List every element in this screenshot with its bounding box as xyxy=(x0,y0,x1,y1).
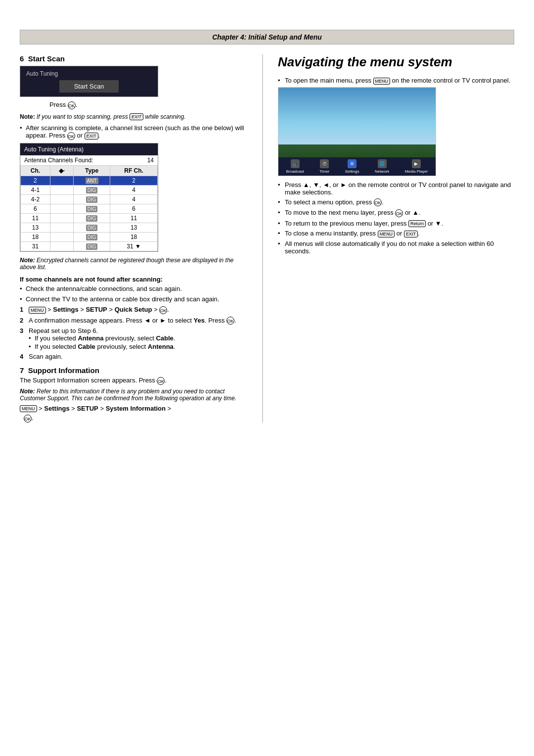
right-bullet-navigate: Press ▲, ▼, ◄, or ► on the remote contro… xyxy=(278,181,514,196)
tv-menu-timer: ⏱ Timer xyxy=(319,159,329,174)
broadcast-icon: 📺 xyxy=(291,159,300,168)
cell-ch: 13 xyxy=(21,223,50,232)
cell-type: DIG xyxy=(73,223,110,232)
antenna-found-row: Antenna Channels Found: 14 xyxy=(20,155,158,165)
antenna-channels-table: Ch. ◆· Type RF Ch. 2 ANT 2 xyxy=(20,165,158,251)
exit-key-icon: EXIT xyxy=(130,113,143,120)
ok-icon-rb1: OK xyxy=(374,198,382,206)
press-ok-text: Press OK. xyxy=(49,101,247,109)
bullet-after-scan: After scanning is complete, a channel li… xyxy=(20,124,247,140)
cell-ch: 2 xyxy=(21,176,50,185)
step-item: 1 MENU > Settings > SETUP > Quick Setup … xyxy=(20,306,247,314)
right-bullets: Press ▲, ▼, ◄, or ► on the remote contro… xyxy=(278,181,514,255)
tv-menu-label: Settings xyxy=(345,169,359,174)
step-number: 3 xyxy=(20,327,23,334)
found-count: 14 xyxy=(147,157,154,164)
menu-key-icon2: MENU xyxy=(20,405,37,412)
tv-menu-bar: 📺 Broadcast ⏱ Timer ⚙ Settings 🌐 Network xyxy=(278,157,436,176)
section6-note1: Note: If you want to stop scanning, pres… xyxy=(20,113,247,121)
section7-note: Note: Refer to this information if there… xyxy=(20,388,247,402)
right-bullet-auto-close: All menus will close automatically if yo… xyxy=(278,240,514,255)
table-row: 2 ANT 2 xyxy=(21,176,158,185)
chapter-header: Chapter 4: Initial Setup and Menu xyxy=(20,30,514,45)
cell-ch: 4-2 xyxy=(21,194,50,204)
menu-key-right: MENU xyxy=(373,78,391,85)
if-not-found-heading: If some channels are not found after sca… xyxy=(20,276,247,283)
auto-tuning-label: Auto Tuning xyxy=(26,70,152,77)
system-info-ok: OK. xyxy=(24,414,247,423)
cell-rf: 6 xyxy=(110,204,158,213)
tv-screenshot: 📺 Broadcast ⏱ Timer ⚙ Settings 🌐 Network xyxy=(278,87,436,176)
found-label: Antenna Channels Found: xyxy=(24,157,93,164)
cell-type: ANT xyxy=(73,176,110,185)
note-label: Note: xyxy=(20,113,35,120)
cell-rf: 31 ▼ xyxy=(110,241,158,251)
ok-icon-step2: OK xyxy=(226,317,234,325)
right-title: Navigating the menu system xyxy=(278,54,514,70)
bullet-connect-tv: Connect the TV to the antenna or cable b… xyxy=(20,295,247,303)
table-row: 4-1 DIG 4 xyxy=(21,185,158,194)
step-sub-antenna: If you selected Antenna previously, sele… xyxy=(29,334,247,342)
start-scan-button[interactable]: Start Scan xyxy=(59,80,119,93)
antenna-table-wrap: Auto Tuning (Antenna) Antenna Channels F… xyxy=(20,143,158,252)
cell-dot xyxy=(50,176,73,185)
section6-number: 6 xyxy=(20,54,24,63)
step-sub-cable: If you selected Cable previously, select… xyxy=(29,343,247,350)
step-number: 1 xyxy=(20,306,23,313)
cell-dot xyxy=(50,213,73,223)
network-icon: 🌐 xyxy=(378,159,387,168)
cell-type: DIG xyxy=(73,232,110,241)
step-item: 2 A confirmation message appears. Press … xyxy=(20,317,247,325)
cell-ch: 6 xyxy=(21,204,50,213)
cell-ch: 4-1 xyxy=(21,185,50,194)
ok-icon-step1: OK xyxy=(159,306,167,314)
exit-key-rb: EXIT xyxy=(404,231,418,237)
tv-menu-settings: ⚙ Settings xyxy=(345,159,359,174)
section6-header: 6 Start Scan xyxy=(20,54,247,63)
cell-ch: 31 xyxy=(21,241,50,251)
section7-title: Support Information xyxy=(28,366,99,375)
cell-rf: 11 xyxy=(110,213,158,223)
ok-icon-rb2: OK xyxy=(395,209,403,217)
cell-dot xyxy=(50,194,73,204)
tv-menu-label: Media Player xyxy=(405,169,428,174)
bullet-check-antenna: Check the antenna/cable connections, and… xyxy=(20,285,247,292)
settings-icon: ⚙ xyxy=(348,159,356,168)
chapter-title: Chapter 4: Initial Setup and Menu xyxy=(212,33,322,41)
cell-dot xyxy=(50,232,73,241)
note-label2: Note: xyxy=(20,257,35,264)
ok-icon-sysinfo: OK xyxy=(24,415,32,423)
right-bullet-close-menu: To close a menu instantly, press MENU or… xyxy=(278,230,514,237)
section7-text: The Support Information screen appears. … xyxy=(20,377,247,385)
quick-setup-steps: 1 MENU > Settings > SETUP > Quick Setup … xyxy=(20,306,247,360)
exit-key-inline: EXIT xyxy=(85,133,98,140)
cell-rf: 13 xyxy=(110,223,158,232)
note-encrypted: Note: Encrypted channels cannot be regis… xyxy=(20,257,247,271)
tv-menu-broadcast: 📺 Broadcast xyxy=(286,159,304,174)
section6-title: Start Scan xyxy=(28,54,65,63)
cell-type: DIG xyxy=(73,213,110,223)
tv-menu-media: ▶ Media Player xyxy=(405,159,428,174)
col-dot: ◆· xyxy=(50,165,73,176)
tv-menu-network: 🌐 Network xyxy=(375,159,389,174)
cell-type: DIG xyxy=(73,185,110,194)
antenna-table-title: Auto Tuning (Antenna) xyxy=(20,143,158,155)
cell-ch: 11 xyxy=(21,213,50,223)
tv-sky xyxy=(278,88,436,145)
ok-button-icon: OK xyxy=(68,101,76,109)
tv-menu-label: Network xyxy=(375,169,389,174)
right-bullet-next-layer: To move to the next menu layer, press OK… xyxy=(278,209,514,217)
col-type: Type xyxy=(73,165,110,176)
cell-dot xyxy=(50,223,73,232)
right-bullet-prev-layer: To return to the previous menu layer, pr… xyxy=(278,220,514,228)
col-rf: RF Ch. xyxy=(110,165,158,176)
auto-tuning-box: Auto Tuning Start Scan xyxy=(20,66,158,97)
left-column: 6 Start Scan Auto Tuning Start Scan Pres… xyxy=(20,54,247,423)
cell-rf: 4 xyxy=(110,194,158,204)
cell-rf: 2 xyxy=(110,176,158,185)
table-row: 31 DIG 31 ▼ xyxy=(21,241,158,251)
right-bullet-select: To select a menu option, press OK. xyxy=(278,198,514,207)
cell-ch: 18 xyxy=(21,232,50,241)
step-item: 3 Repeat set up to Step 6. If you select… xyxy=(20,327,247,350)
col-ch: Ch. xyxy=(21,165,50,176)
